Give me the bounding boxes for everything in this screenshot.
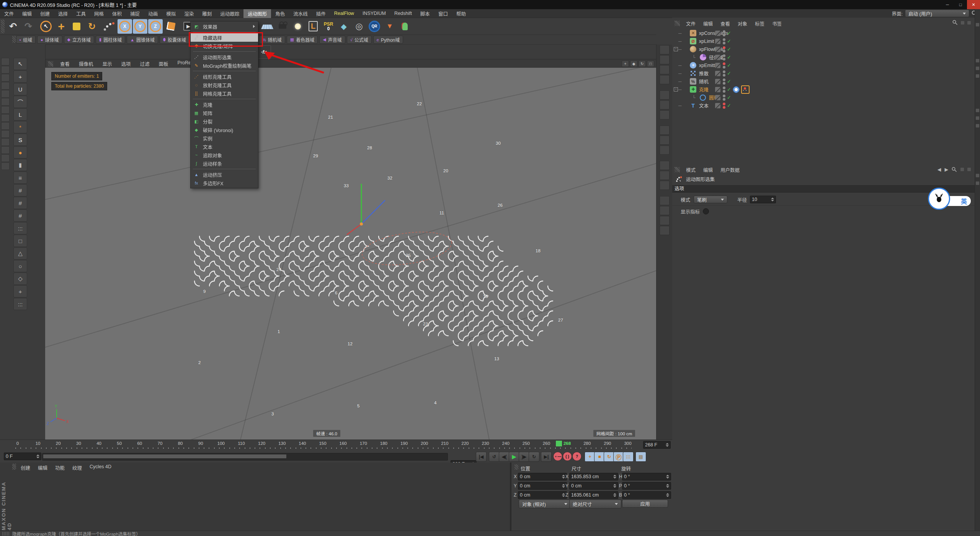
apply-button[interactable]: 应用	[622, 500, 668, 508]
stepper-icon[interactable]	[612, 493, 616, 497]
layer-chip[interactable]	[715, 47, 720, 52]
menu-模拟[interactable]: 模拟	[162, 9, 180, 18]
dock-icon[interactable]	[660, 100, 670, 109]
visibility-dot[interactable]	[723, 38, 725, 41]
field-button-声音域[interactable]: ◀声音域	[319, 36, 345, 44]
am-search-icon[interactable]	[952, 167, 957, 172]
object-row-径向域[interactable]: └径向域✓	[672, 53, 975, 61]
dock-icon[interactable]	[976, 109, 979, 112]
menu-item-分裂[interactable]: ◧分裂	[191, 117, 258, 126]
ornament-icon[interactable]: ◆	[336, 19, 351, 34]
show-indicator-checkbox[interactable]	[703, 208, 709, 214]
dock-icon[interactable]	[660, 90, 670, 100]
visibility-dot[interactable]	[723, 62, 725, 65]
mograph-selection-tag-icon[interactable]	[741, 85, 750, 94]
menu-item-线形克隆工具[interactable]: ⋰线形克隆工具	[191, 72, 258, 81]
am-menu-用户数据[interactable]: 用户数据	[717, 165, 743, 174]
viewport-menu-选项[interactable]: 选项	[117, 59, 136, 68]
dock-icon[interactable]: U	[13, 83, 27, 95]
visibility-dot[interactable]	[723, 95, 725, 97]
dock-icon[interactable]	[660, 136, 670, 145]
move-icon[interactable]: +	[54, 19, 69, 34]
menu-流水线[interactable]: 流水线	[289, 9, 312, 18]
menu-INSYDIUM[interactable]: INSYDIUM	[358, 10, 390, 17]
next-key-button[interactable]: )▶	[519, 452, 529, 462]
om-menu-标签[interactable]: 标签	[751, 19, 768, 28]
layer-chip[interactable]	[715, 103, 720, 108]
goto-start-button[interactable]: |◀	[476, 452, 487, 462]
mm-menu-纹理[interactable]: 纹理	[69, 463, 86, 472]
effector-tag-icon[interactable]	[733, 86, 740, 93]
record-question-button[interactable]: ?	[572, 452, 581, 461]
layer-chip[interactable]	[715, 71, 720, 76]
mm-menu-功能[interactable]: 功能	[51, 463, 69, 472]
menu-item-网格克隆工具[interactable]: ⣿网格克隆工具	[191, 89, 258, 98]
am-menu-编辑[interactable]: 编辑	[699, 165, 717, 174]
viewport-menu-显示[interactable]: 显示	[98, 59, 117, 68]
enabled-check-icon[interactable]: ✓	[727, 70, 731, 76]
visibility-dot[interactable]	[723, 34, 725, 36]
loop-forward-button[interactable]: ↻	[529, 452, 539, 462]
layer-chip[interactable]	[715, 87, 720, 92]
enabled-check-icon[interactable]: ✓	[727, 95, 731, 100]
light-icon[interactable]	[291, 19, 305, 34]
current-frame-marker[interactable]	[556, 441, 562, 446]
menu-雕刻[interactable]: 雕刻	[198, 9, 216, 18]
dock-icon[interactable]	[1, 122, 10, 130]
dock-icon[interactable]	[1, 82, 10, 90]
stepper-icon[interactable]	[665, 475, 669, 479]
expander-icon[interactable]: −	[674, 87, 678, 92]
om-menu-对象[interactable]: 对象	[734, 19, 751, 28]
goto-end-button[interactable]: ▶|	[541, 452, 552, 462]
stepper-icon[interactable]	[769, 198, 774, 201]
timeline-film-button[interactable]: ▤	[635, 452, 646, 462]
menu-item-运动图形选集[interactable]: ⋰运动图形选集	[191, 53, 258, 61]
dock-icon[interactable]: S	[13, 134, 27, 146]
object-row-克隆[interactable]: −─✚克隆✓	[672, 85, 975, 93]
stepper-icon[interactable]	[560, 493, 565, 497]
mm-menu-Cycles 4D[interactable]: Cycles 4D	[86, 463, 115, 472]
dock-icon[interactable]	[660, 110, 670, 119]
palette-grip[interactable]	[12, 36, 16, 43]
menu-窗口[interactable]: 窗口	[434, 9, 452, 18]
object-row-随机[interactable]: ─%随机✓	[672, 77, 975, 85]
dock-icon[interactable]: +	[13, 285, 27, 297]
dock-icon[interactable]	[1, 106, 10, 114]
dock-icon[interactable]	[660, 181, 670, 190]
minimize-button[interactable]: ─	[941, 0, 954, 9]
menu-item-MoGraph权重绘制画笔[interactable]: ✎MoGraph权重绘制画笔	[191, 61, 258, 70]
menu-item-放射克隆工具[interactable]: ◌放射克隆工具	[191, 81, 258, 89]
enabled-check-icon[interactable]: ✓	[727, 103, 731, 108]
visibility-dot[interactable]	[723, 82, 725, 85]
visibility-dot[interactable]	[723, 58, 725, 60]
dock-icon[interactable]: ●	[13, 146, 27, 159]
material-manager-grip[interactable]	[12, 464, 16, 470]
om-menu-文件[interactable]: 文件	[682, 19, 699, 28]
visibility-dot[interactable]	[723, 103, 725, 105]
viewport-grip[interactable]	[48, 61, 53, 67]
stepper-icon[interactable]	[664, 443, 669, 447]
menu-帮助[interactable]: 帮助	[452, 9, 470, 18]
om-menu-编辑[interactable]: 编辑	[699, 19, 717, 28]
dock-icon[interactable]: #	[13, 184, 27, 196]
dock-icon[interactable]	[1, 66, 10, 74]
menu-创建[interactable]: 创建	[36, 9, 54, 18]
rotation-b-field[interactable]: 0 °	[622, 491, 671, 499]
menu-item-破碎 (Voronoi)[interactable]: ◆破碎 (Voronoi)	[191, 126, 258, 134]
visibility-dots[interactable]	[723, 87, 725, 93]
mode-select[interactable]: 笔刷	[694, 196, 727, 203]
camera-icon[interactable]	[275, 19, 290, 34]
dock-icon[interactable]	[1, 146, 10, 154]
dock-icon[interactable]	[660, 161, 670, 170]
x-axis-lock-icon[interactable]: X	[118, 19, 132, 34]
psr-reset-icon[interactable]: PSR0	[321, 19, 336, 34]
dock-icon[interactable]	[1, 58, 10, 65]
dock-icon[interactable]	[660, 226, 670, 235]
size-mode-select[interactable]: 绝对尺寸	[569, 500, 621, 508]
radius-field[interactable]: 10	[750, 196, 776, 203]
menu-动画[interactable]: 动画	[144, 9, 162, 18]
dock-icon[interactable]	[1, 138, 10, 146]
stepper-icon[interactable]	[612, 475, 616, 479]
dock-icon[interactable]	[660, 171, 670, 180]
visibility-dot[interactable]	[723, 66, 725, 69]
